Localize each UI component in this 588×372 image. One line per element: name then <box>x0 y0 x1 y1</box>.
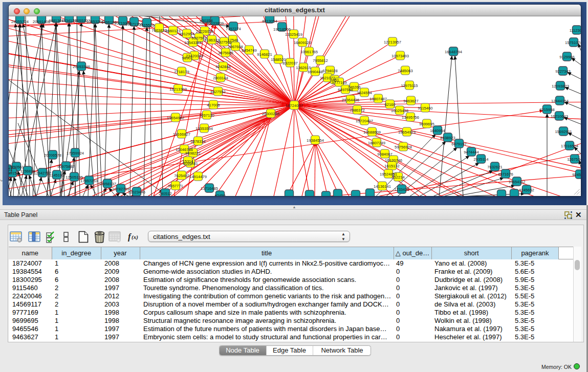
svg-text:7357274: 7357274 <box>226 26 241 31</box>
svg-text:7632621: 7632621 <box>487 164 503 169</box>
svg-text:10807487: 10807487 <box>369 96 387 101</box>
svg-text:8660123: 8660123 <box>165 28 181 33</box>
svg-text:9242848: 9242848 <box>215 64 231 69</box>
svg-text:12213303: 12213303 <box>169 86 187 91</box>
svg-text:24055724: 24055724 <box>11 19 29 24</box>
svg-text:6990448: 6990448 <box>308 69 323 74</box>
svg-text:9657771: 9657771 <box>168 183 183 188</box>
svg-text:6479197: 6479197 <box>451 141 467 146</box>
svg-text:9245012: 9245012 <box>572 172 581 177</box>
svg-text:92450: 92450 <box>214 193 225 196</box>
svg-text:9474444: 9474444 <box>464 149 479 154</box>
svg-text:9699695: 9699695 <box>419 121 434 126</box>
svg-text:5878334: 5878334 <box>190 139 206 143</box>
svg-text:7625402: 7625402 <box>174 173 189 178</box>
svg-text:15692911: 15692911 <box>555 129 572 134</box>
svg-text:25300285: 25300285 <box>262 111 279 116</box>
svg-text:20206578: 20206578 <box>44 152 61 157</box>
svg-text:87351: 87351 <box>9 167 13 171</box>
svg-text:417006: 417006 <box>207 102 220 107</box>
svg-text:17016504: 17016504 <box>561 143 578 148</box>
svg-text:1267534: 1267534 <box>567 157 581 161</box>
svg-text:1156829: 1156829 <box>20 168 35 173</box>
svg-text:16648794: 16648794 <box>445 49 462 54</box>
svg-text:7986372: 7986372 <box>350 107 365 112</box>
svg-text:2718179: 2718179 <box>174 69 189 74</box>
svg-text:8215958: 8215958 <box>539 107 555 112</box>
svg-text:13353594: 13353594 <box>195 126 213 130</box>
svg-text:12093823: 12093823 <box>552 83 569 88</box>
svg-text:10958137: 10958137 <box>99 181 116 186</box>
svg-text:16210643: 16210643 <box>551 114 568 118</box>
svg-text:9777169: 9777169 <box>332 80 347 84</box>
svg-text:15751074: 15751074 <box>565 40 581 45</box>
svg-text:3267130: 3267130 <box>199 113 214 117</box>
svg-text:10961765: 10961765 <box>300 49 318 54</box>
svg-text:17546: 17546 <box>227 37 238 42</box>
svg-text:12213957: 12213957 <box>384 39 401 44</box>
svg-text:13716485: 13716485 <box>201 186 218 190</box>
svg-text:16033809: 16033809 <box>206 20 224 25</box>
svg-text:19654923: 19654923 <box>398 129 416 134</box>
svg-text:21364436: 21364436 <box>342 97 359 102</box>
svg-text:19218506: 19218506 <box>273 27 291 31</box>
svg-text:18724007: 18724007 <box>286 103 303 107</box>
svg-text:15720407: 15720407 <box>356 118 373 123</box>
svg-text:8813054: 8813054 <box>262 18 277 23</box>
svg-text:12342737: 12342737 <box>34 170 51 175</box>
svg-text:19384554: 19384554 <box>307 138 324 142</box>
svg-text:1112307: 1112307 <box>570 28 581 32</box>
svg-text:6497568: 6497568 <box>338 87 353 92</box>
svg-text:12975115: 12975115 <box>401 83 418 87</box>
svg-text:1145193: 1145193 <box>50 172 64 177</box>
svg-text:20691406: 20691406 <box>33 19 50 24</box>
svg-text:8454749: 8454749 <box>242 48 257 52</box>
svg-text:16409120: 16409120 <box>294 40 311 45</box>
svg-text:98901: 98901 <box>182 55 192 60</box>
svg-text:8938923: 8938923 <box>440 135 455 140</box>
svg-text:9463627: 9463627 <box>403 98 419 103</box>
svg-text:3875685: 3875685 <box>218 50 233 55</box>
svg-text:10654112: 10654112 <box>508 179 525 184</box>
svg-text:10688609: 10688609 <box>363 129 381 134</box>
svg-text:9146821: 9146821 <box>257 52 272 56</box>
svg-text:252214: 252214 <box>391 174 404 179</box>
svg-text:12023446: 12023446 <box>128 189 145 194</box>
svg-text:13495756: 13495756 <box>402 115 419 119</box>
svg-text:8427552: 8427552 <box>210 89 226 94</box>
svg-text:1615132: 1615132 <box>384 163 400 168</box>
svg-text:1640954: 1640954 <box>430 128 445 133</box>
svg-text:7485063: 7485063 <box>398 68 413 73</box>
svg-text:9115460: 9115460 <box>418 105 433 110</box>
svg-text:8322037: 8322037 <box>282 60 298 65</box>
svg-text:17957253: 17957253 <box>80 178 98 183</box>
svg-text:7515526: 7515526 <box>139 23 155 27</box>
svg-text:(x): (x) <box>132 234 138 240</box>
svg-text:13325419: 13325419 <box>285 32 302 36</box>
svg-text:59756928: 59756928 <box>395 144 412 149</box>
svg-text:16120746: 16120746 <box>385 158 402 162</box>
svg-text:14914479: 14914479 <box>189 174 207 179</box>
svg-text:15314: 15314 <box>182 159 193 163</box>
svg-text:23226058: 23226058 <box>196 29 213 33</box>
svg-text:10543382: 10543382 <box>184 40 202 45</box>
svg-text:2935114: 2935114 <box>474 157 489 161</box>
svg-text:10025438: 10025438 <box>391 108 408 113</box>
svg-text:9084067: 9084067 <box>377 151 393 156</box>
svg-text:9498222: 9498222 <box>185 150 201 155</box>
svg-text:9245652: 9245652 <box>519 187 534 192</box>
svg-text:14136141: 14136141 <box>374 184 391 188</box>
svg-text:3624554: 3624554 <box>357 90 372 95</box>
svg-text:8471676: 8471676 <box>498 171 513 176</box>
svg-text:6794028: 6794028 <box>322 68 338 73</box>
svg-text:10973493: 10973493 <box>391 53 409 58</box>
svg-text:2803144: 2803144 <box>213 75 228 80</box>
svg-text:20053346: 20053346 <box>73 64 90 69</box>
svg-text:10782759: 10782759 <box>112 186 129 191</box>
svg-text:17359924: 17359924 <box>67 150 84 155</box>
svg-text:12444154: 12444154 <box>551 98 569 103</box>
svg-text:18807249: 18807249 <box>368 140 385 145</box>
svg-text:1733426: 1733426 <box>394 187 409 191</box>
svg-text:9227343: 9227343 <box>555 69 571 73</box>
svg-text:7663822: 7663822 <box>151 28 167 32</box>
